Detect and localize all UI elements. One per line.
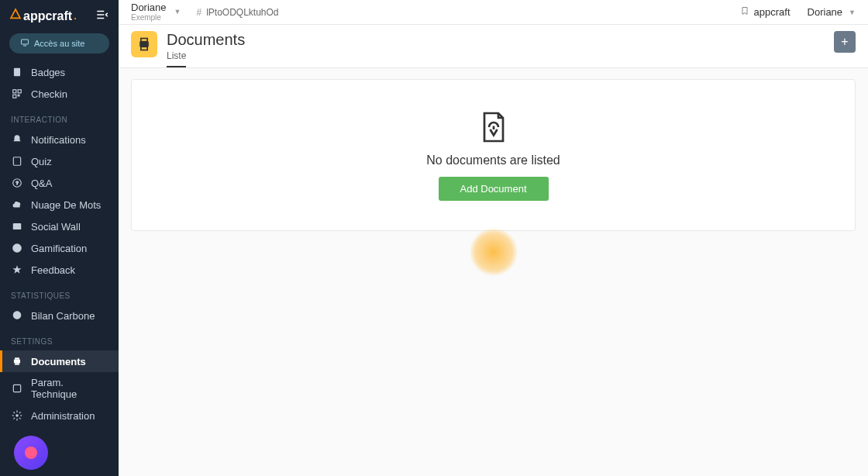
svg-rect-3 bbox=[22, 40, 29, 44]
nav-label: Notifications bbox=[31, 134, 86, 146]
nav-label: Social Wall bbox=[31, 221, 81, 233]
svg-rect-24 bbox=[141, 47, 147, 50]
highlight-indicator bbox=[470, 228, 518, 276]
svg-rect-18 bbox=[13, 385, 20, 391]
svg-rect-9 bbox=[18, 95, 19, 96]
sidebar-item-admin[interactable]: Administration bbox=[0, 405, 119, 426]
content: No documents are listed Add Document bbox=[119, 68, 868, 476]
svg-rect-7 bbox=[18, 90, 21, 93]
empty-text: No documents are listed bbox=[426, 153, 560, 167]
hash-icon: # bbox=[196, 7, 202, 18]
sidebar-item-nuage[interactable]: Nuage De Mots bbox=[0, 194, 119, 216]
breadcrumb[interactable]: Doriane Exemple ▼ bbox=[131, 2, 181, 22]
section-title-stats: STATISTIQUES bbox=[0, 281, 119, 305]
nav-label: Bilan Carbone bbox=[31, 310, 95, 322]
hash-id: # lPtoODQLktuhOd bbox=[196, 7, 278, 18]
floating-action-button[interactable] bbox=[14, 436, 48, 470]
star-circle-icon bbox=[11, 242, 23, 254]
nav-label: Quiz bbox=[31, 156, 52, 167]
sidebar-item-notifications[interactable]: Notifications bbox=[0, 129, 119, 150]
logo-mark-icon bbox=[9, 8, 22, 24]
leaf-icon bbox=[11, 309, 23, 322]
tech-icon bbox=[11, 382, 23, 395]
sidebar-item-social[interactable]: Social Wall bbox=[0, 216, 119, 237]
svg-text:?: ? bbox=[16, 181, 19, 185]
wall-icon bbox=[11, 220, 23, 233]
logo-text: appcraft bbox=[23, 9, 72, 23]
access-btn-label: Accès au site bbox=[34, 39, 84, 48]
nav-label: Param. Technique bbox=[31, 377, 108, 400]
sidebar-header: appcraft. bbox=[0, 0, 119, 30]
svg-rect-6 bbox=[13, 90, 16, 93]
breadcrumb-sub: Exemple bbox=[131, 13, 167, 22]
menu-toggle-icon[interactable] bbox=[95, 8, 109, 24]
sidebar-item-documents[interactable]: Documents bbox=[0, 350, 119, 372]
svg-rect-15 bbox=[14, 360, 20, 364]
book-icon bbox=[11, 155, 23, 167]
section-title-interaction: INTERACTION bbox=[0, 105, 119, 129]
nav-label: Documents bbox=[31, 356, 86, 367]
bookmark-icon bbox=[740, 5, 749, 19]
badge-icon bbox=[11, 66, 23, 78]
sidebar-item-checkin[interactable]: Checkin bbox=[0, 83, 119, 105]
add-document-button[interactable]: Add Document bbox=[439, 177, 549, 201]
svg-rect-16 bbox=[15, 357, 19, 359]
cloud-icon bbox=[11, 198, 23, 211]
nav-label: Administration bbox=[31, 410, 95, 422]
gear-icon bbox=[11, 409, 23, 422]
sidebar-item-feedback[interactable]: Feedback bbox=[0, 259, 119, 281]
sidebar-item-qa[interactable]: ? Q&A bbox=[0, 172, 119, 194]
nav-label: Badges bbox=[31, 67, 65, 78]
plus-icon: + bbox=[841, 35, 848, 49]
svg-rect-23 bbox=[141, 39, 147, 42]
tab-liste[interactable]: Liste bbox=[167, 50, 186, 67]
logo[interactable]: appcraft. bbox=[9, 8, 77, 24]
print-icon bbox=[11, 355, 23, 367]
nav-label: Gamification bbox=[31, 243, 87, 254]
empty-state: No documents are listed Add Document bbox=[131, 79, 856, 231]
nav-label: Q&A bbox=[31, 178, 52, 189]
star-icon bbox=[11, 264, 23, 276]
svg-rect-22 bbox=[140, 42, 149, 47]
caret-down-icon: ▼ bbox=[849, 9, 856, 16]
access-site-button[interactable]: Accès au site bbox=[9, 33, 109, 53]
svg-rect-5 bbox=[14, 68, 20, 77]
user-menu[interactable]: Doriane ▼ bbox=[808, 6, 856, 18]
qa-icon: ? bbox=[11, 177, 23, 189]
caret-down-icon: ▼ bbox=[174, 8, 181, 16]
page-header: Documents Liste + bbox=[119, 25, 868, 68]
sidebar-item-gamification[interactable]: Gamification bbox=[0, 237, 119, 259]
monitor-icon bbox=[20, 38, 29, 49]
svg-rect-8 bbox=[13, 95, 16, 98]
nav-label: Nuage De Mots bbox=[31, 199, 101, 211]
sidebar-item-param[interactable]: Param. Technique bbox=[0, 372, 119, 405]
svg-rect-13 bbox=[13, 223, 22, 229]
breadcrumb-main: Doriane bbox=[131, 2, 167, 13]
page-title: Documents bbox=[167, 31, 245, 49]
svg-point-14 bbox=[12, 243, 22, 253]
svg-rect-10 bbox=[13, 157, 20, 166]
page-icon bbox=[131, 31, 157, 57]
section-title-settings: SETTINGS bbox=[0, 326, 119, 350]
pdf-file-icon bbox=[480, 110, 508, 144]
print-icon bbox=[136, 36, 152, 52]
sidebar-item-bilan[interactable]: Bilan Carbone bbox=[0, 305, 119, 326]
bell-icon bbox=[11, 133, 23, 146]
org-badge[interactable]: appcraft bbox=[740, 5, 790, 19]
sidebar-item-quiz[interactable]: Quiz bbox=[0, 150, 119, 172]
nav-label: Checkin bbox=[31, 88, 67, 100]
user-name: Doriane bbox=[808, 6, 843, 18]
svg-rect-17 bbox=[15, 363, 19, 364]
sidebar: appcraft. Accès au site Badges Checkin I… bbox=[0, 0, 119, 476]
main: Doriane Exemple ▼ # lPtoODQLktuhOd appcr… bbox=[119, 0, 868, 476]
topbar: Doriane Exemple ▼ # lPtoODQLktuhOd appcr… bbox=[119, 0, 868, 25]
svg-point-19 bbox=[16, 414, 19, 417]
record-icon bbox=[25, 447, 37, 459]
qr-icon bbox=[11, 88, 23, 100]
sidebar-footer: ? Aide bbox=[0, 426, 119, 476]
add-button[interactable]: + bbox=[834, 31, 856, 53]
sidebar-item-badges[interactable]: Badges bbox=[0, 61, 119, 83]
nav-label: Feedback bbox=[31, 264, 75, 276]
